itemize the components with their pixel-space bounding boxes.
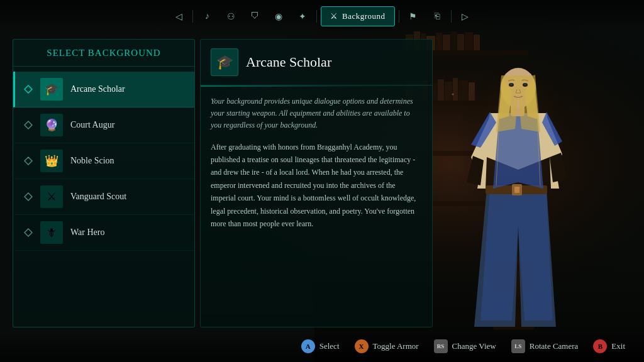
vanguard-scout-label: Vanguard Scout [70, 192, 126, 202]
nav-sound[interactable]: ♪ [197, 6, 217, 26]
nav-background-tab[interactable]: ⚔ Background [321, 6, 394, 26]
arcane-scholar-label: Arcane Scholar [70, 84, 125, 94]
detail-body: Your background provides unique dialogue… [201, 87, 432, 324]
nav-sep-1 [192, 10, 193, 23]
noble-scion-label: Noble Scion [70, 156, 114, 166]
nav-flag[interactable]: ⚑ [403, 6, 423, 26]
rs-button-badge: RS [434, 339, 448, 353]
lb-icon: ◁ [175, 11, 182, 22]
a-button-badge: A [301, 339, 315, 353]
nav-star[interactable]: ✦ [292, 6, 313, 26]
svg-point-44 [524, 83, 526, 85]
character-display [418, 31, 619, 333]
list-item-vanguard-scout[interactable]: ⚔ Vanguard Scout [13, 179, 194, 215]
action-exit-label: Exit [611, 341, 625, 351]
detail-intro-text: Your background provides unique dialogue… [211, 96, 422, 132]
nav-rb[interactable]: ▷ [455, 6, 475, 26]
noble-scion-icon: 👑 [40, 150, 63, 172]
nav-shield[interactable]: ⛉ [245, 6, 265, 26]
svg-rect-36 [514, 187, 519, 193]
background-tab-icon: ⚔ [330, 11, 338, 21]
detail-description-text: After graduating with honors from Bragga… [211, 141, 422, 231]
svg-marker-49 [25, 229, 32, 236]
action-change-view[interactable]: RS Change View [434, 339, 496, 353]
detail-header: 🎓 Arcane Scholar [201, 40, 432, 85]
nav-sep-3 [399, 10, 399, 23]
panel-header: Select Background [13, 40, 194, 67]
nav-sep-2 [316, 10, 317, 23]
nav-scroll[interactable]: ⎗ [427, 6, 447, 26]
list-item-war-hero[interactable]: 🗡 War Hero [13, 215, 194, 251]
bottom-action-bar: A Select X Toggle Armor RS Change View L… [0, 331, 644, 362]
list-item-court-augur[interactable]: 🔮 Court Augur [13, 107, 194, 143]
nav-face[interactable]: ◉ [269, 6, 289, 26]
detail-title: Arcane Scholar [246, 54, 331, 70]
svg-point-43 [510, 83, 513, 85]
panel-title: Select Background [47, 48, 160, 58]
diamond-icon-vanguard [24, 192, 33, 201]
nav-sep-4 [451, 10, 452, 23]
nav-lb[interactable]: ◁ [169, 6, 189, 26]
diamond-icon-noble [24, 156, 33, 165]
war-hero-label: War Hero [70, 228, 104, 238]
war-hero-icon: 🗡 [40, 221, 63, 244]
diamond-icon-court [24, 121, 33, 129]
action-select[interactable]: A Select [301, 339, 340, 353]
diamond-icon-war [24, 228, 33, 237]
vanguard-scout-icon: ⚔ [40, 185, 63, 208]
background-list: 🎓 Arcane Scholar 🔮 Court Augur 👑 Noble S… [13, 67, 194, 256]
action-rotate-label: Rotate Camera [530, 341, 579, 351]
detail-panel: 🎓 Arcane Scholar Your background provide… [200, 39, 433, 327]
action-select-label: Select [319, 341, 340, 351]
action-exit[interactable]: B Exit [593, 339, 625, 353]
action-rotate-camera[interactable]: LS Rotate Camera [511, 339, 579, 353]
court-augur-icon: 🔮 [40, 114, 63, 136]
b-button-badge: B [593, 339, 607, 353]
svg-marker-45 [25, 85, 32, 93]
detail-header-icon: 🎓 [211, 48, 238, 76]
court-augur-label: Court Augur [70, 120, 114, 130]
list-item-noble-scion[interactable]: 👑 Noble Scion [13, 143, 194, 179]
x-button-badge: X [355, 339, 369, 353]
background-tab-label: Background [342, 11, 386, 21]
svg-marker-48 [25, 193, 32, 200]
svg-marker-46 [25, 121, 32, 129]
action-view-label: Change View [452, 341, 496, 351]
action-toggle-label: Toggle Armor [373, 341, 419, 351]
nav-character[interactable]: ⚇ [221, 6, 241, 26]
top-navigation: ◁ ♪ ⚇ ⛉ ◉ ✦ ⚔ Background ⚑ ⎗ ▷ [0, 0, 644, 33]
list-item-arcane-scholar[interactable]: 🎓 Arcane Scholar [13, 72, 194, 107]
svg-marker-47 [25, 157, 32, 165]
arcane-scholar-icon: 🎓 [40, 78, 63, 101]
left-selection-panel: Select Background 🎓 Arcane Scholar 🔮 Cou… [13, 39, 195, 327]
ls-button-badge: LS [511, 339, 525, 353]
action-toggle-armor[interactable]: X Toggle Armor [355, 339, 419, 353]
diamond-icon-arcane [24, 85, 33, 94]
